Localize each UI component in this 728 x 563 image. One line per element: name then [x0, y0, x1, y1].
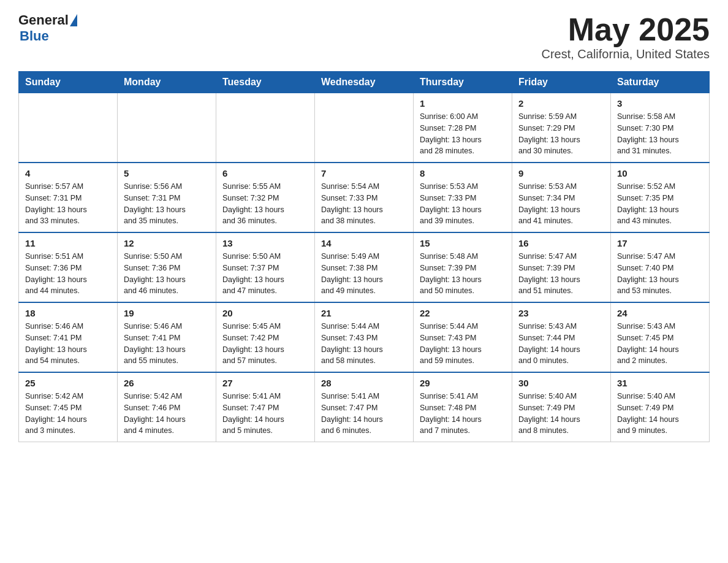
day-info: Sunrise: 5:50 AM Sunset: 7:37 PM Dayligh…: [222, 251, 308, 297]
day-number: 4: [25, 168, 111, 178]
calendar-cell-5-1: 25Sunrise: 5:42 AM Sunset: 7:45 PM Dayli…: [19, 372, 118, 442]
day-number: 5: [124, 168, 210, 178]
title-block: May 2025 Crest, California, United State…: [541, 12, 710, 61]
day-number: 27: [222, 378, 308, 388]
calendar-cell-2-2: 5Sunrise: 5:56 AM Sunset: 7:31 PM Daylig…: [118, 163, 216, 232]
day-info: Sunrise: 5:47 AM Sunset: 7:40 PM Dayligh…: [617, 251, 703, 297]
day-info: Sunrise: 5:42 AM Sunset: 7:46 PM Dayligh…: [124, 391, 210, 437]
day-info: Sunrise: 5:50 AM Sunset: 7:36 PM Dayligh…: [124, 251, 210, 297]
day-info: Sunrise: 5:49 AM Sunset: 7:38 PM Dayligh…: [321, 251, 407, 297]
calendar-cell-4-6: 23Sunrise: 5:43 AM Sunset: 7:44 PM Dayli…: [512, 302, 611, 372]
day-info: Sunrise: 5:52 AM Sunset: 7:35 PM Dayligh…: [617, 181, 703, 227]
day-number: 29: [420, 378, 506, 388]
day-number: 8: [420, 168, 506, 178]
day-info: Sunrise: 5:59 AM Sunset: 7:29 PM Dayligh…: [518, 111, 604, 157]
day-number: 7: [321, 168, 407, 178]
day-number: 26: [124, 378, 210, 388]
day-info: Sunrise: 5:55 AM Sunset: 7:32 PM Dayligh…: [222, 181, 308, 227]
calendar-cell-2-7: 10Sunrise: 5:52 AM Sunset: 7:35 PM Dayli…: [611, 163, 710, 232]
calendar-week-row-5: 25Sunrise: 5:42 AM Sunset: 7:45 PM Dayli…: [19, 372, 710, 442]
day-number: 19: [124, 308, 210, 318]
header-tuesday: Tuesday: [216, 72, 315, 93]
day-info: Sunrise: 5:46 AM Sunset: 7:41 PM Dayligh…: [124, 321, 210, 367]
header-monday: Monday: [118, 72, 216, 93]
day-number: 10: [617, 168, 703, 178]
day-info: Sunrise: 5:54 AM Sunset: 7:33 PM Dayligh…: [321, 181, 407, 227]
calendar-cell-4-4: 21Sunrise: 5:44 AM Sunset: 7:43 PM Dayli…: [315, 302, 414, 372]
calendar-cell-3-1: 11Sunrise: 5:51 AM Sunset: 7:36 PM Dayli…: [19, 232, 118, 302]
day-number: 9: [518, 168, 604, 178]
day-number: 23: [518, 308, 604, 318]
logo-general-text: General: [18, 12, 69, 28]
calendar-cell-5-5: 29Sunrise: 5:41 AM Sunset: 7:48 PM Dayli…: [414, 372, 512, 442]
day-info: Sunrise: 5:43 AM Sunset: 7:44 PM Dayligh…: [518, 321, 604, 367]
day-number: 25: [25, 378, 111, 388]
day-number: 15: [420, 238, 506, 248]
calendar-week-row-4: 18Sunrise: 5:46 AM Sunset: 7:41 PM Dayli…: [19, 302, 710, 372]
day-number: 13: [222, 238, 308, 248]
logo: General Blue: [18, 12, 78, 44]
day-info: Sunrise: 5:46 AM Sunset: 7:41 PM Dayligh…: [25, 321, 111, 367]
day-number: 3: [617, 98, 703, 109]
day-info: Sunrise: 5:58 AM Sunset: 7:30 PM Dayligh…: [617, 111, 703, 157]
day-info: Sunrise: 6:00 AM Sunset: 7:28 PM Dayligh…: [420, 111, 506, 157]
header-wednesday: Wednesday: [315, 72, 414, 93]
header-saturday: Saturday: [611, 72, 710, 93]
day-number: 2: [518, 98, 604, 109]
day-number: 21: [321, 308, 407, 318]
day-info: Sunrise: 5:44 AM Sunset: 7:43 PM Dayligh…: [321, 321, 407, 367]
calendar-cell-2-3: 6Sunrise: 5:55 AM Sunset: 7:32 PM Daylig…: [216, 163, 315, 232]
calendar-cell-5-7: 31Sunrise: 5:40 AM Sunset: 7:49 PM Dayli…: [611, 372, 710, 442]
day-number: 18: [25, 308, 111, 318]
day-number: 11: [25, 238, 111, 248]
day-number: 31: [617, 378, 703, 388]
logo-triangle-icon: [70, 14, 77, 26]
day-number: 6: [222, 168, 308, 178]
day-info: Sunrise: 5:51 AM Sunset: 7:36 PM Dayligh…: [25, 251, 111, 297]
calendar-cell-3-2: 12Sunrise: 5:50 AM Sunset: 7:36 PM Dayli…: [118, 232, 216, 302]
day-info: Sunrise: 5:41 AM Sunset: 7:47 PM Dayligh…: [222, 391, 308, 437]
calendar-cell-5-3: 27Sunrise: 5:41 AM Sunset: 7:47 PM Dayli…: [216, 372, 315, 442]
calendar-cell-5-2: 26Sunrise: 5:42 AM Sunset: 7:46 PM Dayli…: [118, 372, 216, 442]
day-number: 12: [124, 238, 210, 248]
calendar-cell-2-1: 4Sunrise: 5:57 AM Sunset: 7:31 PM Daylig…: [19, 163, 118, 232]
logo-blue-text: Blue: [20, 28, 49, 44]
calendar-cell-3-6: 16Sunrise: 5:47 AM Sunset: 7:39 PM Dayli…: [512, 232, 611, 302]
calendar-table: Sunday Monday Tuesday Wednesday Thursday…: [18, 71, 710, 442]
day-number: 24: [617, 308, 703, 318]
day-info: Sunrise: 5:44 AM Sunset: 7:43 PM Dayligh…: [420, 321, 506, 367]
calendar-cell-3-4: 14Sunrise: 5:49 AM Sunset: 7:38 PM Dayli…: [315, 232, 414, 302]
day-info: Sunrise: 5:42 AM Sunset: 7:45 PM Dayligh…: [25, 391, 111, 437]
day-info: Sunrise: 5:43 AM Sunset: 7:45 PM Dayligh…: [617, 321, 703, 367]
calendar-cell-1-1: [19, 93, 118, 163]
day-number: 20: [222, 308, 308, 318]
calendar-cell-1-4: [315, 93, 414, 163]
day-number: 16: [518, 238, 604, 248]
calendar-cell-4-1: 18Sunrise: 5:46 AM Sunset: 7:41 PM Dayli…: [19, 302, 118, 372]
day-info: Sunrise: 5:47 AM Sunset: 7:39 PM Dayligh…: [518, 251, 604, 297]
calendar-cell-5-6: 30Sunrise: 5:40 AM Sunset: 7:49 PM Dayli…: [512, 372, 611, 442]
calendar-cell-3-5: 15Sunrise: 5:48 AM Sunset: 7:39 PM Dayli…: [414, 232, 512, 302]
calendar-cell-1-5: 1Sunrise: 6:00 AM Sunset: 7:28 PM Daylig…: [414, 93, 512, 163]
calendar-week-row-1: 1Sunrise: 6:00 AM Sunset: 7:28 PM Daylig…: [19, 93, 710, 163]
calendar-cell-4-7: 24Sunrise: 5:43 AM Sunset: 7:45 PM Dayli…: [611, 302, 710, 372]
day-number: 22: [420, 308, 506, 318]
calendar-cell-1-3: [216, 93, 315, 163]
header-thursday: Thursday: [414, 72, 512, 93]
day-info: Sunrise: 5:48 AM Sunset: 7:39 PM Dayligh…: [420, 251, 506, 297]
calendar-cell-5-4: 28Sunrise: 5:41 AM Sunset: 7:47 PM Dayli…: [315, 372, 414, 442]
day-number: 30: [518, 378, 604, 388]
day-info: Sunrise: 5:41 AM Sunset: 7:48 PM Dayligh…: [420, 391, 506, 437]
day-info: Sunrise: 5:41 AM Sunset: 7:47 PM Dayligh…: [321, 391, 407, 437]
day-number: 28: [321, 378, 407, 388]
calendar-cell-4-3: 20Sunrise: 5:45 AM Sunset: 7:42 PM Dayli…: [216, 302, 315, 372]
calendar-cell-1-7: 3Sunrise: 5:58 AM Sunset: 7:30 PM Daylig…: [611, 93, 710, 163]
calendar-cell-4-5: 22Sunrise: 5:44 AM Sunset: 7:43 PM Dayli…: [414, 302, 512, 372]
day-info: Sunrise: 5:53 AM Sunset: 7:33 PM Dayligh…: [420, 181, 506, 227]
day-info: Sunrise: 5:40 AM Sunset: 7:49 PM Dayligh…: [518, 391, 604, 437]
calendar-week-row-2: 4Sunrise: 5:57 AM Sunset: 7:31 PM Daylig…: [19, 163, 710, 232]
day-number: 17: [617, 238, 703, 248]
day-info: Sunrise: 5:57 AM Sunset: 7:31 PM Dayligh…: [25, 181, 111, 227]
calendar-cell-3-3: 13Sunrise: 5:50 AM Sunset: 7:37 PM Dayli…: [216, 232, 315, 302]
calendar-title: May 2025: [541, 12, 710, 47]
